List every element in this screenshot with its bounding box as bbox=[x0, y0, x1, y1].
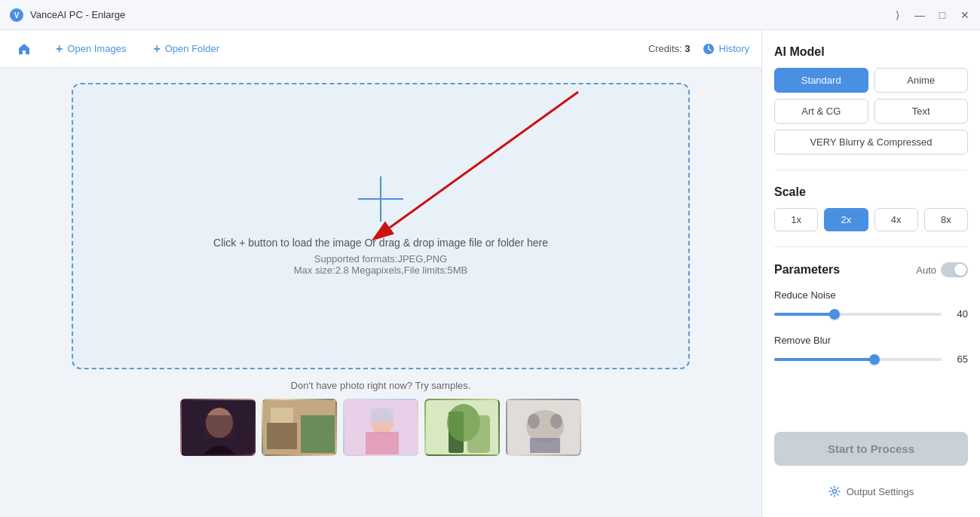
svg-rect-11 bbox=[271, 408, 293, 423]
vance-icon[interactable]: ⟩ bbox=[891, 9, 903, 21]
remove-blur-thumb[interactable] bbox=[869, 354, 880, 365]
reduce-noise-track[interactable] bbox=[774, 313, 942, 316]
plus-icon-folder: + bbox=[153, 42, 160, 56]
credits-value: 3 bbox=[684, 43, 690, 54]
auto-toggle-group: Auto bbox=[916, 262, 968, 277]
credits-text: Credits: 3 bbox=[648, 43, 691, 54]
model-blurry-button[interactable]: VERY Blurry & Compressed bbox=[774, 130, 968, 154]
reduce-noise-thumb[interactable] bbox=[829, 309, 840, 320]
open-images-button[interactable]: + Open Images bbox=[48, 38, 133, 60]
window-controls: ⟩ — □ ✕ bbox=[891, 9, 971, 21]
sample-image-5[interactable] bbox=[506, 399, 581, 456]
output-settings-button[interactable]: Output Settings bbox=[774, 481, 968, 502]
start-process-button[interactable]: Start to Process bbox=[774, 432, 968, 466]
reduce-noise-fill bbox=[774, 313, 835, 316]
scale-4x-button[interactable]: 4x bbox=[874, 208, 918, 231]
open-folder-button[interactable]: + Open Folder bbox=[145, 38, 227, 60]
credits-area: Credits: 3 History bbox=[648, 43, 749, 55]
parameters-section: Parameters Auto Reduce Noise 40 Remove B… bbox=[774, 262, 968, 380]
plus-icon: + bbox=[56, 42, 63, 56]
model-artcg-button[interactable]: Art & CG bbox=[774, 99, 868, 124]
scale-row: 1x 2x 4x 8x bbox=[774, 208, 968, 231]
parameters-title: Parameters bbox=[774, 263, 840, 277]
divider-2 bbox=[774, 246, 968, 247]
crosshair-icon bbox=[358, 176, 403, 222]
auto-label: Auto bbox=[916, 265, 936, 276]
remove-blur-row: 65 bbox=[774, 353, 968, 365]
svg-rect-9 bbox=[267, 423, 297, 449]
titlebar-left: V VanceAI PC - Enlarge bbox=[9, 8, 125, 23]
scale-title: Scale bbox=[774, 185, 968, 199]
ai-model-section: AI Model Standard Anime Art & CG Text VE… bbox=[774, 45, 968, 154]
app-logo: V bbox=[9, 8, 24, 23]
main-area: + Open Images + Open Folder Credits: 3 H… bbox=[0, 30, 761, 517]
output-settings-label: Output Settings bbox=[847, 486, 914, 497]
minimize-button[interactable]: — bbox=[914, 9, 926, 21]
sample-image-2[interactable] bbox=[262, 399, 337, 456]
samples-section: Don't have photo right now? Try samples. bbox=[180, 380, 581, 456]
model-text-button[interactable]: Text bbox=[874, 99, 969, 124]
svg-rect-14 bbox=[366, 432, 399, 456]
sample-image-1[interactable] bbox=[180, 399, 256, 456]
drop-sub-text2: Max size:2.8 Megapixels,File limits:5MB bbox=[294, 265, 467, 276]
svg-text:V: V bbox=[14, 11, 20, 20]
remove-blur-label: Remove Blur bbox=[774, 335, 968, 346]
history-button[interactable]: History bbox=[703, 43, 749, 55]
ai-model-title: AI Model bbox=[774, 45, 968, 59]
history-label: History bbox=[719, 43, 749, 54]
auto-toggle[interactable] bbox=[941, 262, 968, 277]
reduce-noise-value: 40 bbox=[949, 308, 968, 320]
samples-row bbox=[180, 399, 581, 456]
scale-8x-button[interactable]: 8x bbox=[924, 208, 968, 231]
svg-point-23 bbox=[550, 414, 562, 429]
maximize-button[interactable]: □ bbox=[936, 9, 948, 21]
gear-icon bbox=[828, 485, 841, 497]
toolbar: + Open Images + Open Folder Credits: 3 H… bbox=[0, 30, 761, 68]
open-images-label: Open Images bbox=[67, 43, 126, 54]
app-layout: + Open Images + Open Folder Credits: 3 H… bbox=[0, 30, 980, 517]
svg-line-4 bbox=[390, 92, 578, 228]
scale-2x-button[interactable]: 2x bbox=[824, 208, 868, 231]
model-grid: Standard Anime Art & CG Text VERY Blurry… bbox=[774, 68, 968, 154]
right-panel: AI Model Standard Anime Art & CG Text VE… bbox=[761, 30, 980, 517]
svg-rect-19 bbox=[467, 415, 490, 453]
svg-point-25 bbox=[832, 490, 836, 494]
reduce-noise-label: Reduce Noise bbox=[774, 289, 968, 301]
params-header: Parameters Auto bbox=[774, 262, 968, 277]
svg-rect-24 bbox=[530, 438, 560, 453]
sample-image-4[interactable] bbox=[424, 399, 500, 456]
svg-point-22 bbox=[528, 414, 540, 429]
content-area: Click + button to load the image Or drag… bbox=[0, 68, 761, 517]
svg-rect-7 bbox=[204, 415, 234, 438]
remove-blur-value: 65 bbox=[949, 353, 968, 365]
app-title: VanceAI PC - Enlarge bbox=[30, 9, 125, 20]
reduce-noise-row: 40 bbox=[774, 308, 968, 320]
divider-1 bbox=[774, 170, 968, 170]
drop-main-text: Click + button to load the image Or drag… bbox=[213, 237, 548, 249]
svg-rect-10 bbox=[301, 415, 335, 453]
remove-blur-fill bbox=[774, 358, 874, 361]
model-standard-button[interactable]: Standard bbox=[774, 68, 868, 93]
titlebar: V VanceAI PC - Enlarge ⟩ — □ ✕ bbox=[0, 0, 980, 30]
open-folder-label: Open Folder bbox=[165, 43, 219, 54]
remove-blur-track[interactable] bbox=[774, 358, 942, 361]
sample-image-3[interactable] bbox=[343, 399, 418, 456]
drop-sub-text1: Supported formats:JPEG,PNG bbox=[314, 253, 447, 265]
scale-section: Scale 1x 2x 4x 8x bbox=[774, 185, 968, 231]
close-button[interactable]: ✕ bbox=[959, 9, 971, 21]
svg-rect-15 bbox=[371, 408, 394, 423]
spacer bbox=[774, 395, 968, 417]
drop-zone[interactable]: Click + button to load the image Or drag… bbox=[72, 83, 690, 369]
model-anime-button[interactable]: Anime bbox=[874, 68, 969, 93]
samples-label: Don't have photo right now? Try samples. bbox=[291, 380, 471, 391]
home-button[interactable] bbox=[12, 37, 36, 61]
scale-1x-button[interactable]: 1x bbox=[774, 208, 818, 231]
